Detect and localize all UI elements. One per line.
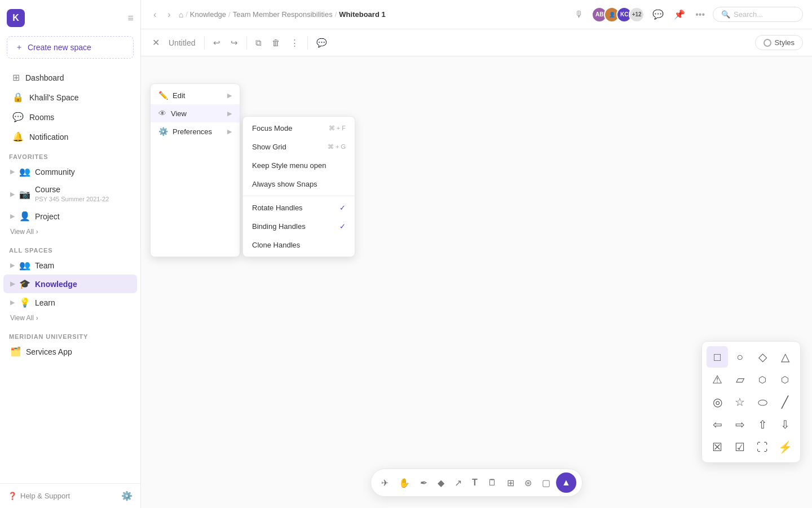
shape-check-box[interactable]: ☑ bbox=[729, 436, 751, 458]
microphone-icon[interactable]: 🎙 bbox=[572, 7, 586, 22]
arrow-tool[interactable]: ↗ bbox=[450, 474, 466, 492]
shape-parallelogram[interactable]: ▱ bbox=[729, 369, 751, 390]
redo-button[interactable]: ↪ bbox=[227, 35, 242, 51]
breadcrumb-knowledge[interactable]: Knowledge bbox=[190, 10, 226, 19]
shape-arrow-left[interactable]: ⇦ bbox=[707, 414, 728, 435]
close-button[interactable]: ✕ bbox=[150, 35, 162, 50]
shape-circle-sm[interactable]: ◎ bbox=[707, 391, 728, 413]
submenu-keep-style[interactable]: Keep Style menu open bbox=[243, 156, 355, 175]
learn-label: Learn bbox=[35, 298, 55, 307]
sidebar-item-project[interactable]: ▶ 👤 Project bbox=[3, 207, 137, 226]
search-box[interactable]: 🔍 Search... bbox=[713, 7, 803, 22]
sidebar-item-community[interactable]: ▶ 👥 Community bbox=[3, 162, 137, 181]
frame-tool[interactable]: ▢ bbox=[537, 474, 555, 492]
shape-crop[interactable]: ⛶ bbox=[752, 436, 773, 458]
sidebar-item-khalils-space[interactable]: 🔒 Khalil's Space bbox=[3, 87, 137, 107]
pen-tool[interactable]: ✒ bbox=[416, 474, 432, 492]
sidebar-item-learn[interactable]: ▶ 💡 Learn bbox=[3, 293, 137, 312]
clone-handles-label: Clone Handles bbox=[252, 241, 300, 249]
sidebar-toggle[interactable]: ≡ bbox=[127, 12, 134, 24]
preferences-label: Preferences bbox=[173, 127, 212, 136]
shape-oval[interactable]: ⬭ bbox=[752, 391, 773, 413]
more-button[interactable]: ⋮ bbox=[286, 35, 303, 51]
course-label: Course PSY 345 Summer 2021-22 bbox=[35, 185, 109, 203]
sidebar-item-notification[interactable]: 🔔 Notification bbox=[3, 127, 137, 147]
favorites-view-all[interactable]: View All › bbox=[0, 226, 140, 240]
breadcrumb-team-responsibilities[interactable]: Team Member Responsibilities bbox=[233, 10, 333, 19]
sidebar-item-team[interactable]: ▶ 👥 Team bbox=[3, 256, 137, 275]
shape-arrow-right[interactable]: ⇨ bbox=[729, 414, 751, 435]
whiteboard-toolbar: ✕ Untitled ↩ ↪ ⧉ 🗑 ⋮ 💬 Styles bbox=[141, 29, 812, 56]
search-icon: 🔍 bbox=[721, 10, 730, 19]
keep-style-label: Keep Style menu open bbox=[252, 161, 326, 170]
more-options-icon[interactable]: ••• bbox=[693, 7, 707, 22]
comment-icon[interactable]: 💬 bbox=[650, 7, 666, 22]
sep-2: / bbox=[228, 10, 231, 19]
sidebar-footer: ❓ Help & Support ⚙️ bbox=[0, 483, 140, 508]
styles-circle-icon bbox=[764, 39, 771, 47]
sticky-tool[interactable]: 🗒 bbox=[483, 474, 501, 491]
menu-item-view[interactable]: 👁 View ▶ bbox=[151, 104, 240, 122]
spaces-view-all[interactable]: View All › bbox=[0, 312, 140, 326]
shape-lightning[interactable]: ⚡ bbox=[774, 436, 796, 458]
styles-label: Styles bbox=[775, 38, 795, 47]
sidebar-item-services-app[interactable]: 🗂️ Services App bbox=[3, 342, 137, 361]
shape-arrow-up[interactable]: ⇧ bbox=[752, 414, 773, 435]
breadcrumb: ⌂ / Knowledge / Team Member Responsibili… bbox=[179, 10, 386, 19]
shape-hexagon[interactable]: ⬡ bbox=[774, 369, 796, 390]
pin-icon[interactable]: 📌 bbox=[672, 7, 687, 22]
home-icon[interactable]: ⌂ bbox=[179, 10, 183, 19]
sidebar-item-knowledge[interactable]: ▶ 🎓 Knowledge bbox=[3, 275, 137, 293]
whiteboard-title[interactable]: Untitled bbox=[164, 36, 200, 50]
submenu-focus-mode[interactable]: Focus Mode ⌘ + F bbox=[243, 119, 355, 138]
create-space-button[interactable]: ＋ Create new space bbox=[7, 36, 134, 59]
chat-button[interactable]: 💬 bbox=[312, 35, 331, 51]
shape-circle[interactable]: ○ bbox=[729, 346, 751, 368]
menu-item-edit[interactable]: ✏️ Edit ▶ bbox=[151, 86, 240, 104]
submenu-clone-handles[interactable]: Clone Handles bbox=[243, 236, 355, 254]
main-area: ‹ › ⌂ / Knowledge / Team Member Responsi… bbox=[141, 0, 812, 508]
hand-tool[interactable]: ✋ bbox=[394, 474, 414, 492]
toolbar-right: Styles bbox=[755, 35, 803, 50]
project-label: Project bbox=[35, 212, 60, 221]
shape-alert-tri[interactable]: ⚠ bbox=[707, 369, 728, 390]
shape-arrow-down[interactable]: ⇩ bbox=[774, 414, 796, 435]
submenu-rotate-handles[interactable]: Rotate Handles ✓ bbox=[243, 198, 355, 217]
learn-icon: 💡 bbox=[19, 297, 30, 308]
eraser-tool[interactable]: ◆ bbox=[433, 474, 449, 492]
shape-star[interactable]: ☆ bbox=[729, 391, 751, 413]
sidebar-item-course[interactable]: ▶ 📷 Course PSY 345 Summer 2021-22 bbox=[3, 181, 137, 207]
notification-label: Notification bbox=[29, 132, 68, 142]
sidebar-item-rooms[interactable]: 💬 Rooms bbox=[3, 107, 137, 127]
shape-x-box[interactable]: ☒ bbox=[707, 436, 728, 458]
divider bbox=[243, 196, 355, 196]
table-tool[interactable]: ⊞ bbox=[502, 474, 519, 492]
shape-triangle[interactable]: △ bbox=[774, 346, 796, 368]
delete-button[interactable]: 🗑 bbox=[268, 35, 284, 50]
sidebar-item-dashboard[interactable]: ⊞ Dashboard bbox=[3, 68, 137, 87]
select-tool[interactable]: ✈ bbox=[377, 474, 393, 492]
connect-tool[interactable]: ⊛ bbox=[520, 474, 536, 492]
forward-button[interactable]: › bbox=[164, 7, 174, 22]
menu-item-preferences[interactable]: ⚙️ Preferences ▶ bbox=[151, 122, 240, 140]
text-tool[interactable]: T bbox=[467, 474, 482, 491]
back-button[interactable]: ‹ bbox=[150, 7, 160, 22]
active-shape-tool[interactable]: ▲ bbox=[556, 472, 576, 493]
plus-icon: ＋ bbox=[15, 42, 23, 52]
shape-line[interactable]: ╱ bbox=[774, 391, 796, 413]
submenu-binding-handles[interactable]: Binding Handles ✓ bbox=[243, 217, 355, 236]
topbar-right: 🎙 AB 👤 KC +12 💬 📌 ••• 🔍 Search... bbox=[572, 7, 803, 23]
settings-icon[interactable]: ⚙️ bbox=[121, 491, 133, 501]
chevron-icon: ▶ bbox=[10, 280, 15, 288]
canvas-area[interactable]: ✏️ Edit ▶ 👁 View ▶ ⚙️ Preferences bbox=[141, 56, 812, 508]
undo-button[interactable]: ↩ bbox=[209, 35, 224, 51]
shape-hex-sm[interactable]: ⬡ bbox=[752, 369, 773, 390]
submenu-show-grid[interactable]: Show Grid ⌘ + G bbox=[243, 138, 355, 156]
styles-button[interactable]: Styles bbox=[755, 35, 803, 50]
shape-rect[interactable]: □ bbox=[707, 346, 728, 368]
help-support-link[interactable]: ❓ Help & Support bbox=[8, 492, 70, 500]
copy-button[interactable]: ⧉ bbox=[251, 35, 266, 51]
shape-diamond[interactable]: ◇ bbox=[752, 346, 773, 368]
submenu-always-snaps[interactable]: Always show Snaps bbox=[243, 175, 355, 193]
sep-3: / bbox=[335, 10, 337, 19]
